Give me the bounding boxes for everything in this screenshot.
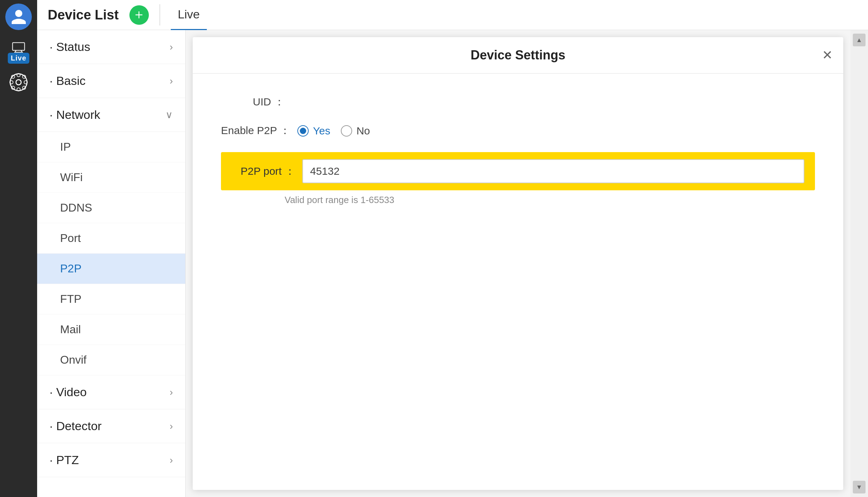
nav-network-chevron: ∨ (165, 109, 173, 121)
nav-status-chevron: › (170, 41, 173, 53)
add-button[interactable] (129, 5, 149, 25)
top-bar: Device List Live (37, 0, 868, 30)
enable-p2p-label: Enable P2P ： (221, 123, 290, 138)
nav-sub-onvif[interactable]: Onvif (37, 345, 185, 375)
live-tv-button[interactable]: Live (5, 41, 32, 64)
page-title: Device List (48, 7, 119, 23)
scroll-up-arrow[interactable]: ▲ (853, 34, 866, 46)
tab-live[interactable]: Live (171, 0, 207, 30)
nav-video-label: · Video (49, 385, 87, 399)
left-nav: · Status › · Basic › · Network ∨ IP WiFi (37, 30, 186, 497)
nav-sub-p2p[interactable]: P2P (37, 254, 185, 284)
svg-rect-0 (13, 42, 25, 50)
dialog-overlay: · Status › · Basic › · Network ∨ IP WiFi (37, 30, 868, 497)
uid-row: UID ： (221, 95, 815, 109)
nav-item-basic[interactable]: · Basic › (37, 64, 185, 98)
nav-sub-ftp[interactable]: FTP (37, 284, 185, 314)
nav-detector-label: · Detector (49, 419, 101, 433)
p2p-no-label: No (356, 125, 370, 137)
nav-status-label: · Status (49, 40, 90, 54)
device-settings-dialog: Device Settings ✕ UID ： Enable P2P ： Yes (193, 37, 843, 490)
nav-sub-wifi[interactable]: WiFi (37, 162, 185, 193)
nav-sub-port[interactable]: Port (37, 223, 185, 254)
scroll-down-arrow[interactable]: ▼ (853, 481, 866, 493)
sidebar-icons: Live (0, 0, 37, 497)
port-input-wrapper (302, 159, 804, 183)
nav-basic-chevron: › (170, 75, 173, 87)
p2p-yes-option[interactable]: Yes (297, 125, 330, 137)
p2p-yes-radio[interactable] (297, 125, 309, 137)
dialog-title: Device Settings (471, 48, 565, 63)
right-scroll-panel: ▲ ▼ (850, 30, 868, 497)
nav-item-ptz[interactable]: · PTZ › (37, 443, 185, 477)
avatar[interactable] (5, 4, 32, 30)
p2p-port-label: P2P port ： (232, 164, 295, 179)
nav-ptz-chevron: › (170, 455, 173, 466)
nav-basic-label: · Basic (49, 74, 86, 88)
nav-detector-chevron: › (170, 421, 173, 432)
nav-item-status[interactable]: · Status › (37, 30, 185, 64)
p2p-no-radio[interactable] (341, 125, 352, 137)
nav-item-network[interactable]: · Network ∨ (37, 98, 185, 132)
p2p-radio-group: Yes No (297, 125, 370, 137)
film-reel-button[interactable] (5, 71, 32, 94)
p2p-port-row: P2P port ： (221, 152, 815, 190)
dialog-header: Device Settings ✕ (193, 37, 843, 74)
port-hint: Valid port range is 1-65533 (285, 195, 815, 206)
live-badge-label: Live (8, 53, 29, 64)
p2p-yes-label: Yes (313, 125, 330, 137)
p2p-no-option[interactable]: No (341, 125, 370, 137)
dialog-close-button[interactable]: ✕ (822, 49, 833, 62)
uid-label: UID ： (221, 95, 285, 109)
nav-sub-ip[interactable]: IP (37, 132, 185, 162)
svg-point-5 (16, 80, 21, 85)
nav-network-label: · Network (49, 108, 100, 122)
enable-p2p-row: Enable P2P ： Yes No (221, 123, 815, 138)
nav-item-detector[interactable]: · Detector › (37, 409, 185, 443)
tab-divider (159, 4, 160, 25)
nav-video-chevron: › (170, 387, 173, 398)
dialog-body: UID ： Enable P2P ： Yes No (193, 74, 843, 490)
nav-network-subitems: IP WiFi DDNS Port P2P FTP Mail (37, 132, 185, 375)
nav-ptz-label: · PTZ (49, 453, 79, 467)
nav-sub-ddns[interactable]: DDNS (37, 193, 185, 223)
p2p-port-input[interactable] (310, 165, 797, 177)
main-content: Device List Live · Status › · Basic › · (37, 0, 868, 497)
nav-item-video[interactable]: · Video › (37, 375, 185, 409)
svg-point-4 (10, 74, 27, 91)
nav-sub-mail[interactable]: Mail (37, 314, 185, 345)
